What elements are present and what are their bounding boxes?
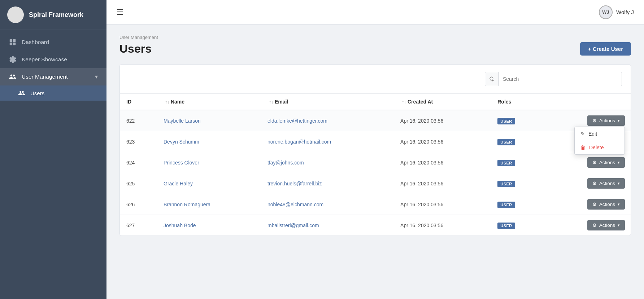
edit-label: Edit <box>588 131 597 137</box>
cell-name[interactable]: Princess Glover <box>157 152 261 173</box>
gear-btn-icon: ⚙ <box>592 181 597 186</box>
cell-created-at: Apr 16, 2020 03:56 <box>394 173 491 194</box>
chevron-down-icon: ▾ <box>95 74 98 80</box>
dashboard-label: Dashboard <box>22 39 49 45</box>
page-title: Users <box>119 42 152 56</box>
cell-id: 626 <box>120 194 157 215</box>
svg-rect-0 <box>10 39 12 42</box>
edit-icon: ✎ <box>580 131 585 137</box>
cell-name[interactable]: Brannon Romaguera <box>157 194 261 215</box>
main-content: ☰ WJ Wolfy J User Management Users + Cre… <box>106 0 644 299</box>
table-row: 623 Devyn Schumm norene.bogan@hotmail.co… <box>120 131 631 152</box>
cell-name[interactable]: Maybelle Larson <box>157 110 261 131</box>
sidebar: Spiral Framework Dashboard Keeper Showca… <box>0 0 106 299</box>
cell-email: noble48@eichmann.com <box>261 194 394 215</box>
cell-created-at: Apr 16, 2020 03:56 <box>394 194 491 215</box>
svg-rect-1 <box>13 39 16 42</box>
caret-icon: ▾ <box>618 181 620 186</box>
cell-id: 622 <box>120 110 157 131</box>
create-user-button[interactable]: + Create User <box>580 42 631 56</box>
cell-name[interactable]: Joshuah Bode <box>157 215 261 236</box>
table-row: 627 Joshuah Bode mbalistreri@gmail.com A… <box>120 215 631 236</box>
cell-created-at: Apr 16, 2020 03:56 <box>394 131 491 152</box>
sidebar-logo: Spiral Framework <box>0 0 106 30</box>
cell-roles: USER <box>491 110 544 131</box>
table-header-row: ID ↑↓ Name ↑↓ Email ↑↓ Created At Roles <box>120 94 631 110</box>
cell-id: 624 <box>120 152 157 173</box>
search-box <box>485 72 622 86</box>
actions-dropdown-container: ⚙ Actions ▾ <box>587 157 625 168</box>
actions-button[interactable]: ⚙ Actions ▾ <box>587 199 625 210</box>
dropdown-delete[interactable]: 🗑 Delete <box>575 141 625 154</box>
sidebar-item-dashboard[interactable]: Dashboard <box>0 34 106 51</box>
breadcrumb: User Management <box>119 35 631 40</box>
table-card: ID ↑↓ Name ↑↓ Email ↑↓ Created At Roles <box>119 64 631 236</box>
sort-icon: ↑↓ <box>165 100 169 105</box>
topbar: ☰ WJ Wolfy J <box>106 0 644 25</box>
search-input[interactable] <box>499 72 622 86</box>
cell-email: tfay@johns.com <box>261 152 394 173</box>
users-icon <box>9 73 17 81</box>
col-name[interactable]: ↑↓ Name <box>157 94 261 110</box>
col-id: ID <box>120 94 157 110</box>
page-content: User Management Users + Create User ID <box>106 25 644 299</box>
users-sub-icon <box>18 89 25 97</box>
cell-email: elda.lemke@hettinger.com <box>261 110 394 131</box>
cell-email: trevion.huels@farrell.biz <box>261 173 394 194</box>
cell-email: mbalistreri@gmail.com <box>261 215 394 236</box>
gear-icon <box>9 56 17 63</box>
app-name: Spiral Framework <box>29 11 83 19</box>
cell-id: 625 <box>120 173 157 194</box>
username: Wolfy J <box>616 9 634 15</box>
user-menu[interactable]: WJ Wolfy J <box>599 5 634 19</box>
actions-button[interactable]: ⚙ Actions ▾ <box>587 157 625 168</box>
users-table: ID ↑↓ Name ↑↓ Email ↑↓ Created At Roles <box>120 94 631 236</box>
actions-button[interactable]: ⚙ Actions ▾ <box>587 115 625 126</box>
cell-created-at: Apr 16, 2020 03:56 <box>394 152 491 173</box>
gear-btn-icon: ⚙ <box>592 160 597 165</box>
table-row: 624 Princess Glover tfay@johns.com Apr 1… <box>120 152 631 173</box>
actions-dropdown-container: ⚙ Actions ▾ <box>587 178 625 189</box>
cell-id: 627 <box>120 215 157 236</box>
sidebar-item-user-management[interactable]: User Management ▾ <box>0 68 106 85</box>
cell-created-at: Apr 16, 2020 03:56 <box>394 215 491 236</box>
delete-label: Delete <box>589 145 604 150</box>
cell-name[interactable]: Devyn Schumm <box>157 131 261 152</box>
actions-dropdown-container: ⚙ Actions ▾ ✎ Edit 🗑 Delete <box>587 115 625 126</box>
table-row: 625 Gracie Haley trevion.huels@farrell.b… <box>120 173 631 194</box>
sidebar-item-users[interactable]: Users <box>0 85 106 101</box>
table-row: 622 Maybelle Larson elda.lemke@hettinger… <box>120 110 631 131</box>
actions-dropdown-container: ⚙ Actions ▾ <box>587 220 625 230</box>
cell-roles: USER <box>491 131 544 152</box>
cell-roles: USER <box>491 215 544 236</box>
keeper-showcase-label: Keeper Showcase <box>22 56 67 63</box>
actions-button[interactable]: ⚙ Actions ▾ <box>587 220 625 230</box>
hamburger-menu[interactable]: ☰ <box>117 8 124 17</box>
col-email[interactable]: ↑↓ Email <box>261 94 394 110</box>
col-actions <box>544 94 631 110</box>
col-created-at[interactable]: ↑↓ Created At <box>394 94 491 110</box>
cell-roles: USER <box>491 152 544 173</box>
cell-actions: ⚙ Actions ▾ <box>544 194 631 215</box>
cell-actions: ⚙ Actions ▾ ✎ Edit 🗑 Delete <box>544 110 631 131</box>
search-icon <box>485 72 499 86</box>
sidebar-navigation: Dashboard Keeper Showcase User Managemen… <box>0 30 106 299</box>
col-roles: Roles <box>491 94 544 110</box>
sort-icon-email: ↑↓ <box>269 100 273 105</box>
cell-actions: ⚙ Actions ▾ <box>544 173 631 194</box>
delete-icon: 🗑 <box>580 145 586 150</box>
dropdown-edit[interactable]: ✎ Edit <box>575 127 625 141</box>
table-toolbar <box>120 65 631 94</box>
caret-icon: ▾ <box>618 118 620 123</box>
cell-name[interactable]: Gracie Haley <box>157 173 261 194</box>
dashboard-icon <box>9 38 17 46</box>
logo-circle <box>7 6 24 23</box>
actions-button[interactable]: ⚙ Actions ▾ <box>587 178 625 189</box>
caret-icon: ▾ <box>618 202 620 207</box>
sidebar-item-keeper-showcase[interactable]: Keeper Showcase <box>0 51 106 68</box>
cell-id: 623 <box>120 131 157 152</box>
svg-rect-2 <box>10 43 12 45</box>
gear-btn-icon: ⚙ <box>592 223 597 228</box>
cell-actions: ⚙ Actions ▾ <box>544 152 631 173</box>
table-row: 626 Brannon Romaguera noble48@eichmann.c… <box>120 194 631 215</box>
